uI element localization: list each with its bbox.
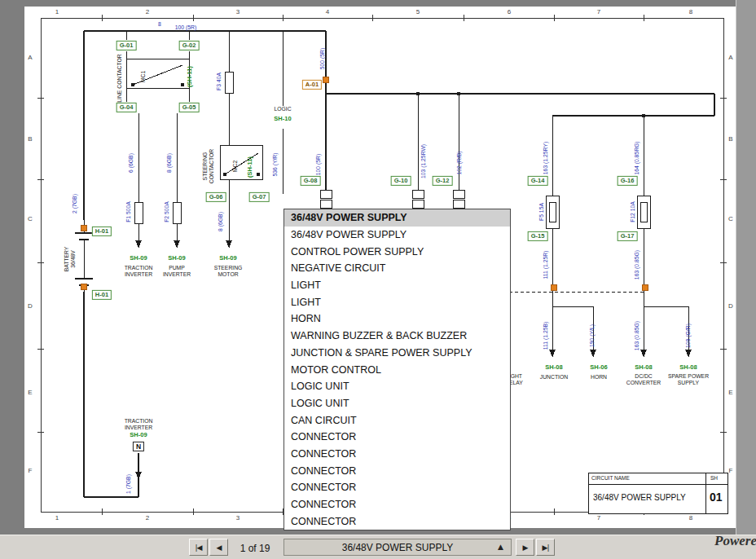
dropdown-item[interactable]: NEGATIVE CIRCUIT <box>284 260 510 277</box>
wire-label: 100 (5R) <box>315 154 322 175</box>
dropdown-item[interactable]: CAN CIRCUIT <box>284 412 510 429</box>
dropdown-item[interactable]: LOGIC UNIT <box>284 378 510 395</box>
wire-label: 163 (0.85G) <box>634 250 640 280</box>
grid-label: 3 <box>236 8 240 15</box>
circuit-select[interactable]: 36/48V POWER SUPPLY ▲ <box>284 539 512 556</box>
sheet-ref-label: SH-08 <box>679 364 697 372</box>
wire-label: F1 500A <box>125 201 132 222</box>
terminal-n-box: N <box>133 442 144 451</box>
steering-contactor-symbol <box>220 145 262 179</box>
sheet-ref-label: SH-09 <box>168 255 185 262</box>
dropdown-item[interactable]: CONTROL POWER SUPPLY <box>284 243 510 260</box>
wire-label: 190 (Y/L) <box>589 324 596 347</box>
component-ref: G-06 <box>206 192 226 202</box>
dropdown-item[interactable]: CONNECTOR <box>284 479 510 496</box>
title-block-circuit-name: 36/48V POWER SUPPLY <box>593 493 686 502</box>
wire-label: 103 (1.25RW) <box>420 144 427 178</box>
component-ref: G-10 <box>391 176 411 186</box>
sheet-ref-label: SH-08 <box>635 364 652 372</box>
dropdown-item[interactable]: LOGIC UNIT <box>284 395 510 412</box>
watermark-text: Powere <box>714 533 756 549</box>
first-page-button[interactable]: |◀ <box>189 539 208 556</box>
wire-label: F3 40A <box>216 73 222 90</box>
page-indicator: 1 of 19 <box>231 543 279 554</box>
component-ref: A-01 <box>302 80 322 90</box>
sheet-ref-label: (SH-11) <box>187 66 194 87</box>
wire-label: 164 (0.85RG) <box>634 141 640 174</box>
title-block-name-header: CIRCUIT NAME <box>591 475 630 481</box>
sheet-ref-label: SH-08 <box>545 364 562 372</box>
junction-dots <box>416 92 645 117</box>
wire-label: 2 (7GB) <box>72 194 78 213</box>
pager-toolbar: |◀ ◀ 1 of 19 36/48V POWER SUPPLY ▲ ▶ ▶| <box>0 535 756 559</box>
wire-label: 111 (1.25R) <box>543 251 549 280</box>
grid-label: A <box>728 54 732 61</box>
wire-label: F5 15A <box>538 203 545 221</box>
grid-label: 7 <box>597 514 600 522</box>
dropdown-item[interactable]: HORN <box>284 310 510 328</box>
diagram-text: BATTERY 36/48V <box>64 247 77 272</box>
grid-label: 8 <box>689 514 692 522</box>
last-page-button[interactable]: ▶| <box>536 539 555 556</box>
component-ref: G-12 <box>433 176 453 186</box>
connection-marker <box>323 77 329 83</box>
line-contactor-symbol <box>126 59 189 88</box>
grid-label: A <box>28 54 32 61</box>
diagram-text: TRACTION INVERTER <box>125 265 153 278</box>
dropdown-item[interactable]: LIGHT <box>284 277 510 294</box>
circuit-dropdown[interactable]: 36/48V POWER SUPPLY36/48V POWER SUPPLYCO… <box>284 209 511 530</box>
wire-label: F2 500A <box>164 201 170 222</box>
wire-label: 8 (6GB) <box>166 153 173 173</box>
wire-label: 500 (5R) <box>319 48 326 69</box>
grid-label: C <box>728 215 733 222</box>
wire-label: F12 10A <box>630 201 636 222</box>
dropdown-item[interactable]: CONNECTOR <box>284 496 510 513</box>
dropdown-item[interactable]: 36/48V POWER SUPPLY <box>284 227 510 244</box>
dropdown-item[interactable]: CONNECTOR <box>284 513 510 530</box>
wire-label: 109 (G/R) <box>685 324 692 348</box>
diagram-text: MC2 <box>232 161 239 172</box>
connection-marker <box>551 284 557 291</box>
wire-label: 102 (R/B) <box>456 151 463 174</box>
next-page-button[interactable]: ▶ <box>516 539 534 556</box>
component-ref: G-07 <box>249 192 270 202</box>
dropdown-item[interactable]: JUNCTION & SPARE POWER SUPPLY <box>284 345 510 362</box>
component-ref: G-01 <box>116 41 137 51</box>
dropdown-item[interactable]: CONNECTOR <box>284 446 510 463</box>
wire-label: 163 (1.25RY) <box>543 142 549 174</box>
grid-label: C <box>28 215 33 222</box>
diagram-text: MC1 <box>140 71 147 82</box>
grid-label: D <box>728 302 733 310</box>
dropdown-item[interactable]: CONNECTOR <box>284 429 510 446</box>
title-block-sh-header: SH <box>710 475 718 481</box>
connection-marker <box>642 284 648 291</box>
diagram-text: TRACTION INVERTER <box>125 418 153 431</box>
grid-label: 3 <box>236 514 240 522</box>
dropdown-item[interactable]: 36/48V POWER SUPPLY <box>284 209 510 227</box>
grid-label: F <box>729 467 733 474</box>
component-ref: G-02 <box>179 41 200 51</box>
dropdown-item[interactable]: WARNING BUZZER & BACK BUZZER <box>284 328 510 345</box>
wire-label: 163 (0.85G) <box>634 321 640 350</box>
dropdown-item[interactable]: MOTOR CONTROL <box>284 361 510 378</box>
grid-label: 8 <box>689 8 692 15</box>
grid-label: 2 <box>146 514 149 522</box>
component-ref: H-01 <box>92 290 112 300</box>
grid-label: 1 <box>55 514 59 522</box>
component-ref: G-08 <box>301 176 321 186</box>
diagram-text: HORN <box>591 374 607 381</box>
dropdown-item[interactable]: LIGHT <box>284 293 510 310</box>
wire-label: 536 (Y/R) <box>272 152 279 176</box>
diagram-text: STEERING MOTOR <box>214 265 243 278</box>
dropdown-item[interactable]: CONNECTOR <box>284 462 510 479</box>
diagram-text: SPARE POWER SUPPLY <box>668 373 709 386</box>
connection-marker <box>81 225 87 231</box>
diagram-text: DC/DC CONVERTER <box>626 373 662 386</box>
wire-label: 6 (6GB) <box>128 153 134 173</box>
chevron-up-icon[interactable]: ▲ <box>498 543 503 551</box>
grid-label: F <box>29 467 33 474</box>
diagram-text: JUNCTION <box>540 374 568 381</box>
diagram-text: PUMP INVERTER <box>163 265 191 278</box>
prev-page-button[interactable]: ◀ <box>209 539 228 556</box>
component-ref: G-16 <box>618 176 638 186</box>
